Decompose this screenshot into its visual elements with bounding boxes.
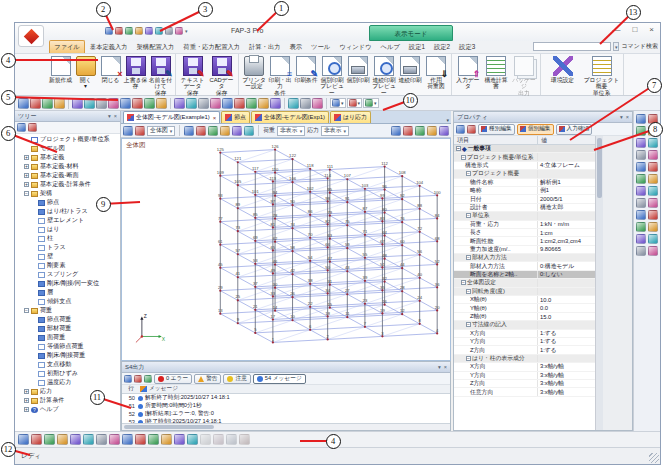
menu-tab-10[interactable]: 設定2 bbox=[430, 41, 454, 53]
property-row[interactable]: Z方向1:する bbox=[454, 346, 595, 354]
applied-load-diagram-button[interactable]: ⇓作用 荷重図 bbox=[423, 55, 449, 90]
tree-expander-icon[interactable]: + bbox=[24, 182, 29, 187]
menu-tab-6[interactable]: ツール bbox=[307, 41, 334, 53]
plan-view-icon[interactable] bbox=[42, 98, 53, 109]
display-settings-icon[interactable] bbox=[123, 126, 133, 136]
wall-display-icon[interactable] bbox=[108, 98, 119, 109]
dimension-icon[interactable] bbox=[636, 222, 646, 232]
member-color-icon[interactable] bbox=[332, 99, 340, 107]
redo-icon[interactable] bbox=[213, 434, 224, 445]
printer-setup-button[interactable]: プリンター設定 bbox=[241, 55, 267, 90]
view-select[interactable]: 全体図▾ bbox=[147, 126, 175, 136]
visibility-checkbox-icon[interactable] bbox=[38, 317, 45, 323]
tree-item[interactable]: 層 bbox=[15, 288, 120, 297]
save-message-icon[interactable] bbox=[134, 375, 142, 383]
redraw-icon[interactable] bbox=[135, 126, 145, 136]
grid-blue-icon[interactable] bbox=[415, 126, 425, 136]
doc-tab-3[interactable]: はり応力 bbox=[330, 111, 371, 123]
tree-expander-icon[interactable]: + bbox=[24, 398, 29, 403]
menu-tab-2[interactable]: 架構配置入力 bbox=[133, 41, 179, 53]
print-output-cond-button[interactable]: ≡印刷・出力 条件 bbox=[267, 55, 293, 96]
axis-edit-icon[interactable] bbox=[636, 210, 646, 220]
open-button[interactable]: 開く ▾ bbox=[73, 55, 98, 90]
calc-run-icon[interactable] bbox=[648, 234, 658, 244]
graph-z-icon[interactable] bbox=[220, 126, 230, 136]
property-tab-2[interactable]: 入力確認 bbox=[556, 124, 593, 135]
menu-tab-9[interactable]: 設定1 bbox=[405, 41, 429, 53]
expand-all-icon[interactable] bbox=[28, 123, 37, 132]
tree-item[interactable]: 等価節点荷重 bbox=[15, 342, 120, 351]
sort-desc-icon[interactable] bbox=[244, 126, 254, 136]
visibility-checkbox-icon[interactable] bbox=[38, 236, 45, 242]
tab-overflow-icon[interactable]: ▾ bbox=[446, 117, 449, 123]
model-canvas[interactable]: 全体図 123456789101112131415161718192021222… bbox=[121, 138, 451, 361]
visibility-checkbox-icon[interactable] bbox=[38, 326, 45, 332]
zoom-out-icon[interactable] bbox=[234, 98, 245, 109]
property-row[interactable]: −回転角度(度) bbox=[454, 288, 595, 296]
collapse-icon[interactable]: − bbox=[466, 255, 471, 260]
load-display-icon[interactable] bbox=[120, 98, 131, 109]
cad-data-save-button[interactable]: ✎CADデータ 保存 bbox=[207, 55, 236, 96]
forward-icon[interactable] bbox=[467, 125, 476, 134]
displacement-icon[interactable] bbox=[144, 98, 155, 109]
app-logo[interactable] bbox=[18, 25, 44, 47]
tree-item[interactable]: 剛要素 bbox=[15, 261, 120, 270]
property-row[interactable]: 略称例1 bbox=[454, 187, 595, 195]
number-display-icon[interactable] bbox=[186, 98, 197, 109]
warning-filter-button[interactable]: 警告 bbox=[194, 374, 221, 384]
property-row[interactable]: 長さ1:cm bbox=[454, 229, 595, 237]
project-summary-units-button[interactable]: プロジェクト概要 単位系 bbox=[582, 55, 621, 96]
clear-message-icon[interactable] bbox=[144, 375, 152, 383]
property-row[interactable]: Z軸(θ)15.0 bbox=[454, 313, 595, 321]
stress-display-icon[interactable] bbox=[132, 98, 143, 109]
tree-item[interactable]: 節点荷重 bbox=[15, 315, 120, 324]
tree-item[interactable]: 柱 bbox=[15, 234, 120, 243]
message-row[interactable]: 51所要時間:0時間0分1秒 bbox=[122, 402, 450, 410]
maximize-button[interactable]: □ bbox=[632, 25, 637, 34]
tree-item[interactable]: プロジェクト概要/単位系 bbox=[15, 135, 120, 144]
stress-display-select[interactable]: 非表示▾ bbox=[321, 126, 349, 136]
tree-expander-icon[interactable]: + bbox=[24, 155, 29, 160]
tree-item[interactable]: 部材荷重 bbox=[15, 324, 120, 333]
brace-icon[interactable] bbox=[648, 138, 658, 148]
pan-icon[interactable] bbox=[246, 98, 257, 109]
property-row[interactable]: 重力加速度(m/..9.80665 bbox=[454, 246, 595, 254]
batch-print-button[interactable]: 連続印刷 bbox=[397, 55, 423, 83]
collapse-icon[interactable]: − bbox=[461, 155, 466, 160]
table-blue-icon[interactable] bbox=[427, 126, 437, 136]
save-icon[interactable] bbox=[125, 27, 133, 35]
menu-tab-1[interactable]: 基本定義入力 bbox=[86, 41, 132, 53]
collapse-icon[interactable]: − bbox=[466, 322, 471, 327]
tree-item[interactable]: 剛床/剛接/同一変位 bbox=[15, 279, 120, 288]
tree-item[interactable]: 初期ひずみ bbox=[15, 369, 120, 378]
slab-icon[interactable] bbox=[648, 150, 658, 160]
tree-dropdown-icon[interactable]: ▾ bbox=[108, 113, 111, 119]
pane-right-icon[interactable] bbox=[403, 126, 413, 136]
visibility-checkbox-icon[interactable] bbox=[38, 344, 45, 350]
tree-item[interactable]: トラス bbox=[15, 243, 120, 252]
member-display-icon[interactable] bbox=[96, 98, 107, 109]
renumber-icon[interactable] bbox=[174, 434, 185, 445]
temperature-icon[interactable] bbox=[648, 186, 658, 196]
text-data-save-button[interactable]: ✎テキストデータ 保存 bbox=[178, 55, 207, 96]
member-color-icon[interactable]: ▾ bbox=[330, 98, 346, 108]
tree-item[interactable]: +基本定義-断面 bbox=[15, 171, 120, 180]
grid-edit-icon[interactable] bbox=[648, 210, 658, 220]
tree-close-icon[interactable]: × bbox=[114, 113, 117, 119]
batch-print-preview-button[interactable]: 連続印刷 プレビュー bbox=[371, 55, 397, 96]
table-view-icon[interactable] bbox=[54, 98, 65, 109]
property-row[interactable]: 任意方向3:x軸/y軸 bbox=[454, 388, 595, 396]
collapse-icon[interactable]: − bbox=[466, 171, 471, 176]
output-close-icon[interactable]: × bbox=[444, 364, 447, 370]
input-data-output-button[interactable]: ⇑入力データ bbox=[454, 55, 482, 90]
divide-icon[interactable] bbox=[122, 434, 133, 445]
open-icon[interactable] bbox=[115, 27, 123, 35]
tree-expander-icon[interactable]: + bbox=[24, 389, 29, 394]
new-file-icon[interactable] bbox=[105, 27, 113, 35]
tree-item[interactable]: 温度応力 bbox=[15, 378, 120, 387]
load-display-select[interactable]: 非表示▾ bbox=[277, 126, 305, 136]
select-icon[interactable] bbox=[18, 434, 29, 445]
output-dropdown-icon[interactable]: ▾ bbox=[438, 364, 441, 370]
minimize-button[interactable]: — bbox=[612, 25, 620, 34]
measure-icon[interactable] bbox=[161, 434, 172, 445]
